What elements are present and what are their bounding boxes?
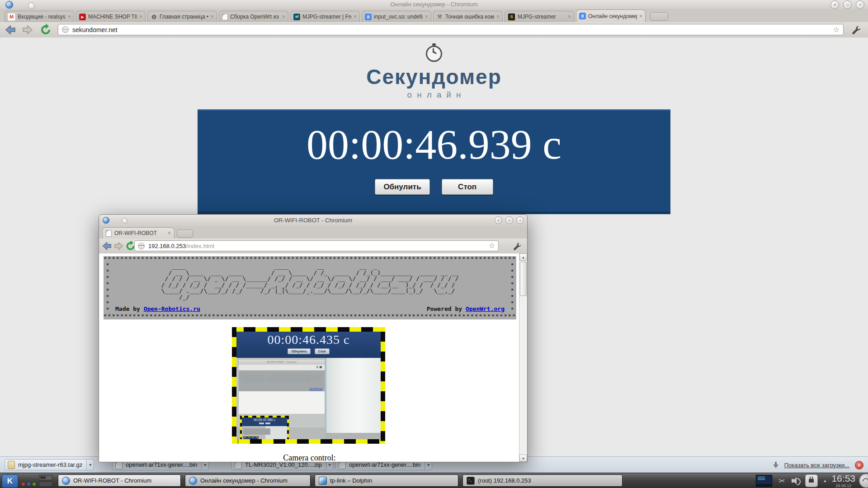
device-notifier-icon[interactable] [805, 474, 818, 487]
google-icon: 8 [579, 13, 586, 19]
inner-browser-window: OR-WIFI-ROBOT - Chromium ∨ ∧ × OR-WIFI-R… [99, 214, 528, 462]
download-item-menu-icon[interactable]: ▾ [86, 460, 94, 470]
forward-button[interactable] [22, 24, 33, 36]
taskbar-task-3[interactable]: tp-link – Dolphin [315, 474, 458, 487]
maximize-button[interactable]: ◇ [843, 0, 852, 9]
tab-close-icon[interactable]: × [282, 14, 285, 19]
outer-window-title: Онлайн секундомер - Chromium [0, 1, 868, 8]
tab-label: Входящие - realsystem@ [18, 14, 66, 20]
tab-3[interactable]: ⚙Главная страница • robofo× [147, 11, 217, 22]
bookmark-star-icon[interactable]: ☆ [489, 242, 495, 249]
open-robotics-link[interactable]: Open-Robotics.ru [144, 305, 200, 312]
downloads-bar-close-button[interactable]: × [855, 461, 863, 469]
nested-camera-view: 00:00:45.980 с [240, 416, 289, 439]
tab-8[interactable]: SMJPG-streamer× [505, 11, 574, 22]
tab-close-icon[interactable]: × [139, 14, 142, 19]
tab-close-icon[interactable]: × [496, 14, 500, 19]
address-bar[interactable]: 192.168.0.253 /index.html ☆ [134, 240, 499, 251]
banner-side-stars: * * * * * * * * [508, 262, 516, 314]
wrench-menu-icon[interactable] [852, 25, 861, 34]
volume-icon[interactable] [792, 477, 800, 484]
clock-time: 16:53 [831, 474, 855, 483]
tab-close-icon[interactable]: × [168, 230, 171, 236]
inner-tab-label: OR-WIFI-ROBOT [114, 230, 165, 236]
filmed-window-title: OR-WIFI-ROBOT - Chromium [239, 360, 325, 365]
close-button[interactable]: × [856, 0, 864, 9]
download-item-label: mjpg-streamer-r63.tar.gz [18, 461, 82, 468]
tab-label: MACHINE SHOP TIPS #80 | [88, 14, 137, 20]
back-button[interactable] [5, 24, 16, 36]
clock-widget[interactable]: 16:53 29.08.12 [831, 474, 855, 488]
robot-page-content: ****************************************… [99, 253, 527, 462]
tab-close-icon[interactable]: × [68, 14, 71, 19]
google-icon: 8 [365, 14, 372, 20]
ascii-art: ____ ____ __ __ _ / __ \____ ___ ____ / … [161, 263, 458, 300]
scroll-down-button[interactable]: ▼ [519, 455, 527, 462]
inner-tab-strip: OR-WIFI-ROBOT × [99, 226, 527, 239]
tools-icon: ⚒ [436, 14, 443, 20]
filmed-strip [325, 433, 381, 439]
tab-2[interactable]: ▶MACHINE SHOP TIPS #80 |× [76, 11, 146, 22]
tab-7[interactable]: ⚒Точная ошибка компонов× [433, 11, 503, 22]
tab-close-icon[interactable]: × [354, 14, 357, 19]
tab-6[interactable]: 8input_uvc.so: undefined s× [362, 11, 431, 22]
filmed-browser-window: OR-WIFI-ROBOT - Chromium ____ ____ __ __… [238, 359, 325, 414]
inner-titlebar: OR-WIFI-ROBOT - Chromium ∨ ∧ × [99, 215, 527, 227]
camera-control-label: Camera control: [99, 453, 520, 462]
scroll-up-button[interactable]: ▲ [519, 253, 527, 261]
minimize-button[interactable]: ∨ [830, 0, 839, 9]
scrollbar-thumb[interactable] [520, 262, 527, 296]
sourceforge-icon: sf [293, 14, 300, 20]
url-text: sekundomer.net [72, 26, 118, 33]
download-item[interactable]: mjpg-streamer-r63.tar.gz▾ [5, 459, 94, 470]
panel-cashew-icon[interactable] [859, 474, 868, 488]
tab-4[interactable]: Сборка OpenWrt из исхо× [219, 11, 288, 22]
taskbar-task-2[interactable]: Онлайн секундомер - Chromium [185, 474, 311, 487]
address-bar[interactable]: sekundomer.net ☆ [58, 24, 844, 35]
gmail-icon: M [8, 13, 15, 21]
forward-button[interactable] [113, 241, 124, 251]
outer-toolbar: sekundomer.net ☆ [0, 22, 868, 38]
chromium-icon [189, 477, 197, 485]
bookmark-star-icon[interactable]: ☆ [833, 26, 840, 33]
task-label: tp-link – Dolphin [330, 477, 372, 484]
show-all-downloads-link[interactable]: Показать все загрузки... [784, 462, 849, 469]
stop-button[interactable]: Стоп [442, 179, 493, 195]
new-tab-button[interactable] [177, 230, 193, 238]
filmed-stopwatch-panel: 00:00:46.435 с Обнулить Стоп [236, 332, 381, 358]
youtube-icon: ▶ [79, 14, 86, 20]
activity-dot-red[interactable] [22, 483, 25, 486]
camera-stream: 00:00:46.435 с Обнулить Стоп OR-WIFI-ROB… [232, 327, 385, 444]
wrench-menu-icon[interactable] [513, 242, 521, 250]
close-button[interactable]: × [516, 216, 524, 224]
activity-dot-green[interactable] [33, 483, 36, 486]
kde-menu-button[interactable]: K [2, 474, 18, 488]
reset-button[interactable]: Обнулить [375, 179, 429, 195]
restore-button[interactable]: ∧ [505, 216, 513, 224]
minimize-button[interactable]: ∨ [495, 216, 502, 224]
tab-9[interactable]: 8Онлайн секундомер× [576, 9, 646, 22]
new-tab-button[interactable] [650, 12, 668, 21]
scrollbar[interactable]: ▲ ▼ [519, 253, 527, 462]
url-host: 192.168.0.253 [148, 243, 186, 249]
terminal-tray-icon[interactable] [756, 475, 772, 487]
banner-star-row: ****************************************… [104, 256, 516, 262]
taskbar-task-1[interactable]: OR-WIFI-ROBOT - Chromium [58, 474, 181, 487]
tab-close-icon[interactable]: × [639, 14, 642, 19]
klipper-scissors-icon[interactable]: ✂ [778, 476, 785, 486]
activity-dot-blue[interactable] [27, 483, 30, 486]
openwrt-link[interactable]: OpenWrt.org [466, 305, 505, 312]
tab-close-icon[interactable]: × [425, 14, 428, 19]
tab-5[interactable]: sfMJPG-streamer | Free Gr× [290, 11, 360, 22]
tab-1[interactable]: MВходящие - realsystem@× [5, 11, 74, 22]
tab-label: Сборка OpenWrt из исхо [230, 14, 280, 20]
tab-close-icon[interactable]: × [568, 14, 571, 19]
tray-expand-icon[interactable]: ▲ [823, 479, 827, 483]
tab-close-icon[interactable]: × [211, 14, 214, 19]
reload-button[interactable] [40, 24, 52, 36]
desktop-pager[interactable] [39, 475, 52, 487]
tab-label: input_uvc.so: undefined s [374, 14, 423, 20]
back-button[interactable] [102, 241, 112, 251]
inner-tab[interactable]: OR-WIFI-ROBOT × [102, 227, 175, 239]
taskbar-task-4[interactable]: (root) 192.168.0.253 [462, 474, 623, 487]
